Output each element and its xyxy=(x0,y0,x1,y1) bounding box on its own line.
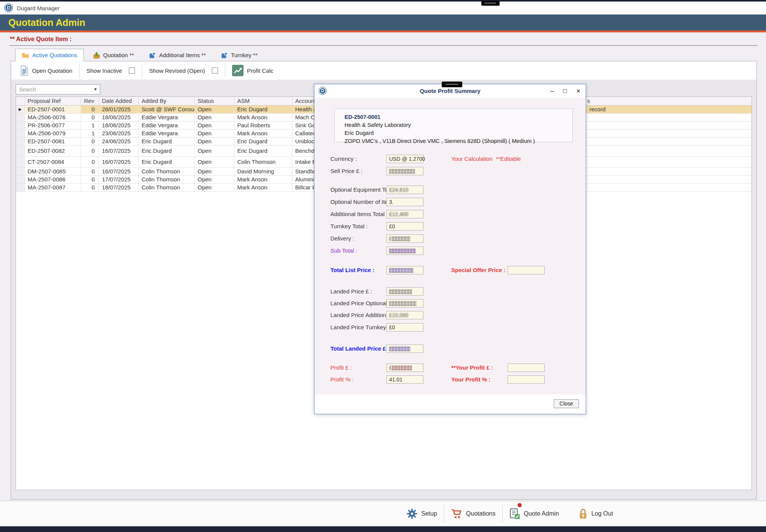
close-icon[interactable]: × xyxy=(576,86,580,96)
cell-proposal-ref: MA-2507-0086 xyxy=(24,175,81,183)
quote-info-box: ED-2507-0001 Health & Safety Laboratory … xyxy=(334,109,573,142)
additional-items-total-input[interactable]: £12,400 xyxy=(386,210,423,218)
lock-icon xyxy=(578,508,588,519)
cell-date-added: 24/06/2025 xyxy=(99,137,138,145)
delivery-input[interactable]: £ xyxy=(386,234,423,243)
redacted-value xyxy=(389,248,416,253)
cell-asm: Mark Anson xyxy=(234,113,292,121)
landed-price-input[interactable] xyxy=(386,287,423,296)
tab-label: Quotation ** xyxy=(103,52,134,58)
app-logo-icon: D xyxy=(5,4,13,12)
cell-status: Open xyxy=(194,121,234,129)
bottom-strip xyxy=(0,526,766,532)
cell-status: Open xyxy=(194,137,234,145)
setup-button[interactable]: Setup xyxy=(399,508,444,519)
sub-total-input[interactable] xyxy=(386,247,423,255)
landed-price-optional-input[interactable] xyxy=(386,299,423,308)
quotations-button[interactable]: Quotations xyxy=(444,509,502,519)
header-proposal-ref[interactable]: Proposal Ref xyxy=(24,97,81,105)
maximize-icon[interactable]: □ xyxy=(563,86,567,96)
combo-dropdown-icon[interactable]: ▼ xyxy=(93,87,98,91)
show-inactive-checkbox[interactable] xyxy=(129,67,135,74)
optional-number-of-items-input[interactable]: 3. xyxy=(386,198,423,206)
landed-price-turnkey-input[interactable]: £0 xyxy=(386,323,423,332)
cell-proposal-ref: MA-2506-0079 xyxy=(24,129,81,137)
row-indicator xyxy=(16,129,24,137)
total-list-price-input[interactable] xyxy=(386,266,423,274)
open-quotation-button[interactable]: Open Quotation xyxy=(16,64,76,77)
quote-admin-button[interactable]: Quote Admin xyxy=(503,508,566,519)
cell-asm: Mark Anson xyxy=(234,129,292,137)
row-indicator xyxy=(16,183,24,191)
cell-last xyxy=(580,156,752,167)
cell-date-added: 16/07/2025 xyxy=(99,156,138,167)
tab-quotation[interactable]: Quotation ** xyxy=(87,49,140,61)
your-calculation-note: Your Calculation **Editable xyxy=(451,155,521,162)
header-date-added[interactable]: Date Added▲ xyxy=(99,97,138,105)
your-profit-pct-input[interactable] xyxy=(508,375,545,384)
cell-date-added: 18/06/2025 xyxy=(99,113,138,121)
header-rev[interactable]: Rev▲ xyxy=(81,97,99,105)
toolbar: Open Quotation Show Inactive Show Revise… xyxy=(11,61,756,80)
minimize-icon[interactable]: – xyxy=(550,86,554,96)
redaction-bar xyxy=(442,82,462,87)
cell-added-by: Colin Thomson xyxy=(138,175,194,183)
cell-proposal-ref: MA-2507-0087 xyxy=(24,183,81,191)
row-indicator xyxy=(16,167,24,175)
log-out-button[interactable]: Log Out xyxy=(571,508,620,519)
profit-calc-label: Profit Calc xyxy=(247,67,273,74)
profit-calc-button[interactable]: Profit Calc xyxy=(228,63,277,78)
tab-strip: Active Quotations Quotation ** Additiona… xyxy=(15,49,264,61)
tab-turnkey[interactable]: Turnkey ** xyxy=(215,49,263,61)
currency-input[interactable]: USD @ 1.2700 xyxy=(386,155,423,163)
header-added-by[interactable]: Added By xyxy=(138,97,194,105)
optional-equipment-total-input[interactable]: £24,610 xyxy=(386,186,423,194)
cell-asm: Mark Anson xyxy=(234,183,292,191)
cell-asm: Mark Anson xyxy=(234,175,292,183)
cart-icon xyxy=(451,509,463,519)
special-offer-price-input[interactable] xyxy=(508,266,545,274)
active-quote-label: ** Active Quote Item : xyxy=(10,36,72,43)
cell-status: Open xyxy=(194,113,234,121)
row-indicator xyxy=(16,156,24,167)
redacted-value xyxy=(392,365,412,370)
cell-status: Open xyxy=(194,167,234,175)
document-icon xyxy=(20,66,29,76)
notification-dot xyxy=(518,503,522,507)
cell-added-by: Eric Dugard xyxy=(138,145,194,156)
total-landed-price-input[interactable] xyxy=(386,345,423,353)
page-header: Quotation Admin xyxy=(0,14,766,30)
quote-profit-summary-dialog: D Quote Profit Summary – □ × ED-2507-000… xyxy=(314,84,586,414)
cell-rev: 0 xyxy=(81,183,99,191)
close-button[interactable]: Close xyxy=(554,399,579,408)
search-combo[interactable]: ▼ xyxy=(16,84,100,95)
cell-added-by: Eric Dugard xyxy=(138,156,194,167)
redacted-value xyxy=(389,346,410,351)
show-inactive-toggle[interactable]: Show Inactive xyxy=(83,66,139,75)
setup-label: Setup xyxy=(421,510,437,517)
profit-input[interactable]: £ xyxy=(386,364,423,372)
row-indicator xyxy=(16,121,24,129)
row-indicator xyxy=(16,175,24,183)
cell-added-by: Eddie Vergara xyxy=(138,129,194,137)
cell-added-by: Eddie Vergara xyxy=(138,113,194,121)
cell-last: record xyxy=(580,105,752,113)
header-status[interactable]: Status xyxy=(194,97,234,105)
profit-pct-input[interactable]: 41.01 xyxy=(386,375,423,384)
header-asm[interactable]: ASM xyxy=(234,97,292,105)
turnkey-total-input[interactable]: £0 xyxy=(386,222,423,231)
sell-price-input[interactable] xyxy=(386,167,423,175)
tab-additional-items[interactable]: Additional Items ** xyxy=(143,49,212,61)
cell-last xyxy=(580,167,752,175)
header-last-column[interactable]: s xyxy=(580,97,752,105)
cell-added-by: Scott @ SWF Consults xyxy=(138,105,194,113)
landed-price-additional-input[interactable]: £10,000 xyxy=(386,311,423,319)
quote-admin-icon xyxy=(510,508,520,519)
show-revised-toggle[interactable]: Show Revised (Open) xyxy=(145,66,222,75)
quote-ref: ED-2507-0001 xyxy=(345,113,572,121)
show-revised-checkbox[interactable] xyxy=(212,67,218,74)
search-input[interactable] xyxy=(16,85,91,94)
your-profit-input[interactable] xyxy=(508,364,545,372)
cell-proposal-ref: CT-2507-0084 xyxy=(24,156,81,167)
tab-active-quotations[interactable]: Active Quotations xyxy=(15,49,84,61)
